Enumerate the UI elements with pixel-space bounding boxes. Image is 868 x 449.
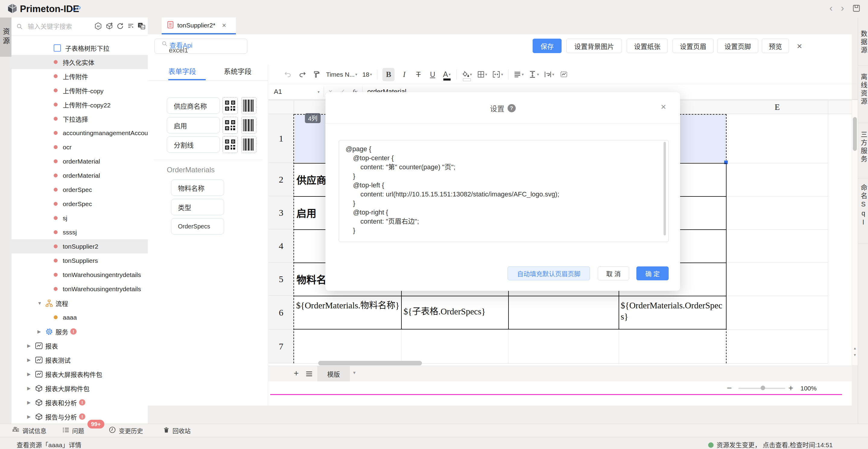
- chevron-down-icon[interactable]: ▼: [352, 370, 356, 375]
- code-scrollbar-thumb[interactable]: [663, 142, 666, 235]
- help-icon[interactable]: ?: [507, 104, 516, 112]
- tree-item[interactable]: ▶服务!: [11, 324, 148, 338]
- rail-tab-resources[interactable]: 资源: [0, 18, 11, 57]
- tree-item[interactable]: orderSpec: [11, 197, 148, 211]
- rail-tab-thirdparty-services[interactable]: 三方服务: [858, 128, 868, 167]
- qrcode-icon[interactable]: [223, 136, 238, 153]
- merge-cells-button[interactable]: ▾: [492, 68, 503, 81]
- chevron-right-icon[interactable]: ▶: [27, 414, 35, 419]
- scroll-down-icon[interactable]: ▼: [853, 353, 857, 357]
- row-header[interactable]: 6: [269, 296, 294, 330]
- row-height-button[interactable]: ▾: [529, 68, 539, 81]
- zoom-slider-thumb[interactable]: [761, 386, 765, 390]
- dialog-close-icon[interactable]: ×: [661, 102, 666, 112]
- barcode-icon[interactable]: [241, 136, 256, 153]
- tree-item[interactable]: 上传附件: [11, 69, 148, 83]
- font-family-select[interactable]: Times N...▾: [326, 68, 357, 81]
- strikethrough-button[interactable]: T: [414, 68, 423, 81]
- field-pill[interactable]: OrderSpecs: [171, 218, 224, 235]
- rail-tab-offline-resources[interactable]: 离线资源: [858, 68, 868, 111]
- sort-icon[interactable]: [127, 22, 134, 31]
- change-history-button[interactable]: 变更历史: [108, 424, 143, 437]
- status-right-text[interactable]: 资源发生变更， 点击查看,检查时间:14:51: [708, 440, 833, 449]
- tree-item[interactable]: tonSuppliers: [11, 253, 148, 268]
- tree-item[interactable]: accountingmanagementAccountb: [11, 126, 148, 140]
- tab-system-fields[interactable]: 系统字段: [224, 66, 251, 76]
- corner-cell[interactable]: [269, 100, 294, 114]
- autofill-header-footer-button[interactable]: 自动填充默认页眉页脚: [507, 266, 590, 280]
- cell-ref-box[interactable]: A1: [274, 88, 282, 96]
- sheet-list-icon[interactable]: [305, 370, 313, 379]
- row-header[interactable]: 2: [269, 163, 294, 196]
- field-pill[interactable]: 分割线: [167, 137, 220, 153]
- tree-item[interactable]: 上传附件-copy: [11, 83, 148, 97]
- sheet-tab-template[interactable]: 模版: [317, 366, 350, 381]
- tree-item[interactable]: ocr: [11, 140, 148, 154]
- set-page-footer-button[interactable]: 设置页脚: [717, 39, 758, 53]
- tree-item[interactable]: tonWarehousingentrydetails: [11, 282, 148, 296]
- tree-item[interactable]: tonWarehousingentrydetails: [11, 268, 148, 282]
- tree-item[interactable]: 子表格树形下拉: [11, 41, 148, 55]
- rail-tab-datasource[interactable]: 数据源: [858, 26, 868, 59]
- tree-item[interactable]: 持久化实体: [11, 55, 148, 69]
- insert-chart-icon[interactable]: [559, 68, 568, 81]
- tree-item[interactable]: 下拉选择: [11, 112, 148, 126]
- tab-form-fields[interactable]: 表单字段: [168, 66, 196, 76]
- qrcode-icon[interactable]: [223, 97, 238, 114]
- format-painter-icon[interactable]: [312, 68, 321, 81]
- zoom-in-icon[interactable]: +: [788, 383, 793, 393]
- new-resource-icon[interactable]: [105, 22, 114, 31]
- set-paper-button[interactable]: 设置纸张: [627, 39, 668, 53]
- field-pill[interactable]: 供应商名称: [167, 97, 220, 114]
- chevron-right-icon[interactable]: ▶: [27, 371, 35, 377]
- cell-b6[interactable]: ${子表格.OrderSpecs}: [404, 306, 507, 317]
- page-css-editor[interactable]: @page { @top-center { content: "第" count…: [339, 140, 669, 242]
- field-pill[interactable]: 类型: [171, 199, 224, 215]
- chevron-down-icon[interactable]: ▼: [37, 301, 45, 306]
- column-header-e[interactable]: E: [726, 100, 828, 114]
- tree-item[interactable]: ▶报告与分析!: [11, 410, 148, 424]
- cancel-button[interactable]: 取 消: [598, 266, 629, 280]
- nav-back-icon[interactable]: ‹: [829, 2, 833, 13]
- tree-item[interactable]: ▶报表测试: [11, 353, 148, 367]
- nav-forward-icon[interactable]: ›: [841, 2, 844, 13]
- set-background-button[interactable]: 设置背景图片: [566, 39, 622, 53]
- underline-button[interactable]: U: [428, 68, 437, 81]
- chevron-down-icon[interactable]: ▾: [318, 90, 320, 94]
- tree-item[interactable]: aaaa: [11, 310, 148, 324]
- tree-item[interactable]: ▶报表大屏构件包: [11, 381, 148, 395]
- save-layout-icon[interactable]: [852, 4, 861, 13]
- tree-item[interactable]: ▶报表大屏报表构件包: [11, 367, 148, 381]
- row-header[interactable]: 3: [269, 196, 294, 229]
- tree-item[interactable]: ▼流程: [11, 296, 148, 310]
- set-page-header-button[interactable]: 设置页眉: [673, 39, 714, 53]
- scroll-up-icon[interactable]: ▲: [853, 347, 857, 350]
- tree-item[interactable]: orderSpec: [11, 183, 148, 197]
- tab-tonsupplier2[interactable]: tonSupplier2* ×: [162, 18, 236, 34]
- editor-close-icon[interactable]: ×: [797, 41, 802, 51]
- chevron-right-icon[interactable]: ▶: [27, 343, 35, 349]
- link-icon[interactable]: [72, 4, 81, 14]
- recycle-bin-button[interactable]: 回收站: [163, 424, 191, 437]
- chevron-right-icon[interactable]: ▶: [27, 357, 35, 363]
- tree-item[interactable]: orderMaterial: [11, 154, 148, 169]
- row-header[interactable]: 4: [269, 229, 294, 263]
- search-input[interactable]: [27, 23, 92, 30]
- tree-item[interactable]: orderMaterial: [11, 169, 148, 183]
- bold-button[interactable]: B: [382, 68, 395, 81]
- tree-item[interactable]: ▶报表和分析!: [11, 395, 148, 410]
- chevron-right-icon[interactable]: ▶: [27, 400, 35, 405]
- horizontal-align-button[interactable]: ▾: [514, 68, 524, 81]
- tree-item[interactable]: 上传附件-copy22: [11, 97, 148, 112]
- tree-item[interactable]: sj: [11, 211, 148, 225]
- horizontal-scrollbar[interactable]: [318, 361, 422, 365]
- tree-item[interactable]: ▶报表: [11, 338, 148, 353]
- undo-icon[interactable]: [283, 68, 292, 81]
- qrcode-icon[interactable]: [223, 117, 238, 134]
- translate-icon[interactable]: 文En: [137, 22, 145, 31]
- vertical-scrollbar[interactable]: ▲ ▼: [852, 100, 858, 365]
- problems-button[interactable]: 问题: [62, 424, 84, 437]
- status-left-text[interactable]: 查看资源「aaaa」详情: [17, 440, 82, 449]
- vertical-scrollbar-thumb[interactable]: [853, 117, 857, 151]
- field-pill[interactable]: 启用: [167, 117, 220, 133]
